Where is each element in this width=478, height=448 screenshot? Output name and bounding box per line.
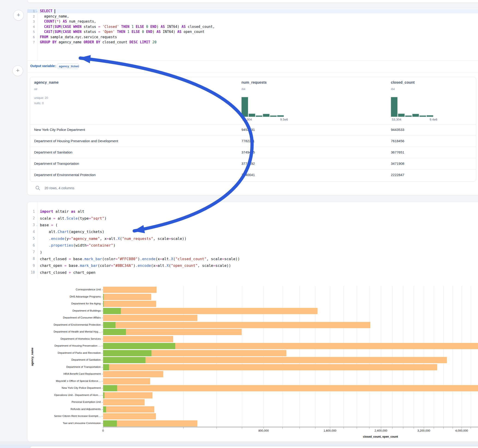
table-cell[interactable]: 7618456 [391,139,404,143]
python-code-editor[interactable]: 1import altair as alt2scale = alt.Scale(… [27,208,478,276]
code-line[interactable]: 1import altair as alt [27,208,478,215]
line-number: 2 [27,216,37,220]
code-text: GROUP BY agency_name ORDER BY closed_cou… [37,40,157,44]
code-text: scale = alt.Scale(type="sqrt") [37,216,107,221]
code-line[interactable]: 5 .encode(y="agency_name", x=alt.X("num_… [27,235,478,242]
column-type: i64 [391,87,395,91]
code-line[interactable]: 8chart_closed = base.mark_bar(color="#FF… [27,255,478,262]
code-text: base = ( [37,223,58,227]
line-number: 4 [27,230,37,234]
histogram-bar [277,115,284,117]
code-text: chart_open = base.mark_bar(color="#8BC34… [37,263,231,268]
line-number: 10 [27,270,37,274]
column-header[interactable]: num_requests [241,81,267,85]
code-line[interactable]: 6 .properties(width="container") [27,242,478,249]
table-row[interactable]: Department of Sanitation37494853677651 [30,147,476,158]
sql-code-editor[interactable]: 1⌄SELECT 2 agency_name,3 COUNT(*) AS num… [27,8,478,45]
table-cell[interactable]: New York City Police Department [34,128,85,132]
line-number: 9 [27,264,37,268]
line-number: 4 [27,25,37,29]
code-text: FROM sample_data.nyc.service_requests [37,35,117,39]
histogram-bar [241,97,248,117]
table-cell[interactable]: Department of Environmental Protection [34,173,96,177]
code-text: alt.Chart(agency_tickets) [37,230,104,234]
table-row[interactable]: New York City Police Department945313194… [30,124,476,136]
line-number: 7 [27,250,37,254]
code-line[interactable]: 4 CAST(SUM(CASE WHEN status = 'Closed' T… [27,24,478,30]
output-variable-label: Output variable: [30,64,56,68]
code-text: .properties(width="container") [37,243,115,248]
column-histogram [241,97,284,117]
sql-cell-card: 1⌄SELECT 2 agency_name,3 COUNT(*) AS num… [27,8,478,195]
table-cell[interactable]: 3749485 [241,150,255,154]
chevron-down-icon[interactable]: ⌄ [36,224,38,226]
column-histogram [391,97,433,117]
cell-divider [27,61,478,61]
code-line[interactable]: 2scale = alt.Scale(type="sqrt") [27,215,478,221]
histogram-bar [263,114,270,117]
code-line[interactable]: 7) [27,249,478,255]
table-cell[interactable]: Department of Housing Preservation and D… [34,139,118,143]
column-type: str [34,87,37,91]
histogram-min-label: 53,304 [242,118,252,121]
histogram-min-label: 53,304 [392,118,401,121]
code-line[interactable]: 3 COUNT(*) AS num_requests, [27,19,478,24]
code-text: SELECT [37,9,478,13]
cell-divider [27,72,478,72]
table-row[interactable]: Department of Housing Preservation and D… [30,136,476,147]
code-line[interactable]: 7GROUP BY agency_name ORDER BY closed_co… [27,40,478,45]
code-line[interactable]: 3⌄base = ( [27,222,478,228]
code-line[interactable]: 5 CAST(SUM(CASE WHEN status = 'Open' THE… [27,29,478,35]
line-number: 5 [27,236,37,241]
line-number: 6 [27,35,37,39]
code-text: chart_closed + chart_open [37,270,95,275]
histogram-max-label: 9.4e6 [430,118,437,121]
code-line[interactable]: 9chart_open = base.mark_bar(color="#8BC3… [27,262,478,269]
chevron-down-icon[interactable]: ⌄ [36,10,38,12]
code-line[interactable]: 2 agency_name, [27,14,478,19]
table-cell[interactable]: 3471908 [391,162,404,165]
code-line[interactable]: 6FROM sample_data.nyc.service_requests [27,35,478,40]
table-row[interactable]: Department of Environmental Protection22… [30,169,476,181]
code-text: agency_name, [37,14,69,19]
table-cell[interactable]: 2222847 [391,173,404,177]
table-cell[interactable]: 7782211 [241,139,255,143]
cell-gap [0,441,478,445]
table-cell[interactable]: 9443533 [391,128,404,132]
table-cell[interactable]: Department of Sanitation [34,150,72,154]
histogram-bar [256,115,262,117]
column-type: i64 [241,87,245,91]
column-header[interactable]: closed_count [391,81,415,85]
code-text: ) [37,250,42,255]
column-header[interactable]: agency_name [34,81,59,85]
code-line[interactable]: 1⌄SELECT [27,8,478,14]
table-row[interactable]: Department of Transportation377489234719… [30,158,476,170]
line-number: 7 [27,40,37,44]
column-stat: nulls: 0 [34,101,44,105]
table-cell[interactable]: 2240041 [241,173,255,177]
code-text: CAST(SUM(CASE WHEN status = 'Closed' THE… [37,25,215,29]
search-icon[interactable] [35,186,40,191]
line-number: 3⌄ [27,223,37,227]
histogram-bar [391,97,397,117]
python-cell-card: 1import altair as alt2scale = alt.Scale(… [27,202,478,442]
output-variable-pill[interactable]: agency_tickets [57,63,79,69]
table-cell[interactable]: 3774892 [241,162,255,165]
code-text: chart_closed = base.mark_bar(color="#FFC… [37,257,240,261]
histogram-max-label: 9.5e6 [280,118,288,121]
table-cell[interactable]: 9453131 [241,128,255,132]
line-number: 1 [27,210,37,214]
previous-cell-card-edge [27,0,478,3]
table-cell[interactable]: 3677651 [391,150,404,154]
histogram-bar [398,114,405,117]
code-text: CAST(SUM(CASE WHEN status = 'Open' THEN … [37,30,204,34]
add-cell-button[interactable]: + [13,65,23,76]
code-line[interactable]: 4 alt.Chart(agency_tickets) [27,228,478,235]
histogram-bar [249,114,255,117]
line-number: 1⌄ [27,9,37,13]
code-text: import altair as alt [37,209,84,214]
add-cell-button[interactable]: + [13,10,24,20]
line-number: 3 [27,20,37,23]
table-cell[interactable]: Department of Transportation [34,162,79,165]
code-line[interactable]: 10chart_closed + chart_open [27,269,478,276]
